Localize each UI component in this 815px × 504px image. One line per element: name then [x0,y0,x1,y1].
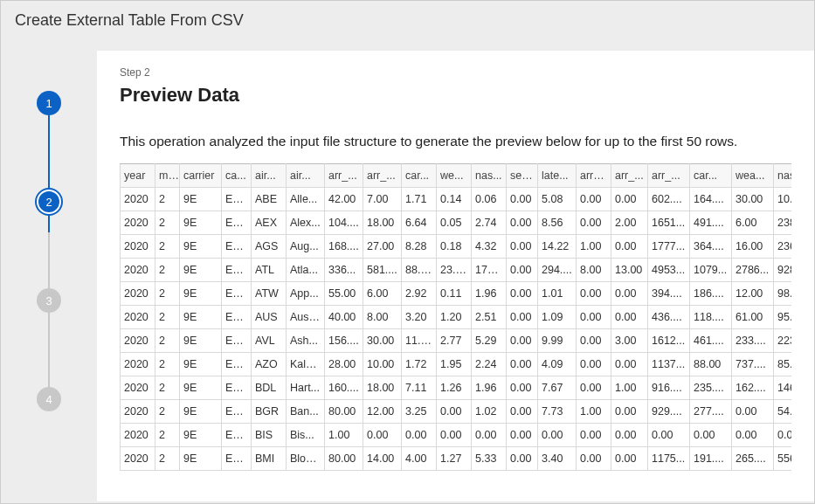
column-header[interactable]: car... [402,163,437,187]
page-title: Preview Data [120,84,791,107]
table-cell: 9E [180,281,222,305]
table-cell: 2.00 [611,211,648,234]
table-cell: 1.09 [538,305,577,328]
column-header[interactable]: we... [437,163,472,187]
table-cell: 1.02 [472,399,507,423]
column-header[interactable]: ca... [222,163,252,187]
table-cell: En... [222,234,252,258]
table-cell: 80.00 [325,446,363,470]
column-header[interactable]: wea... [732,163,774,187]
table-cell: 80.00 [325,399,363,423]
table-cell: En... [222,305,252,328]
table-cell: 1.96 [472,376,507,399]
table-cell: En... [222,187,252,211]
table-cell: 7.11 [402,376,437,399]
column-header[interactable]: air... [252,163,287,187]
table-cell: 1.72 [402,352,437,376]
table-cell: 0.00 [507,328,538,352]
table-cell: 8.28 [402,234,437,258]
table-cell: 7.00 [363,187,402,211]
table-cell: 88.00 [690,352,732,376]
table-row[interactable]: 202029EEn...AUSAust...40.008.003.201.202… [121,305,792,328]
table-cell: 2020 [121,328,155,352]
table-row[interactable]: 202029EEn...AZOKala...28.0010.001.721.95… [121,352,792,376]
table-cell: En... [222,376,252,399]
table-cell: 10.00 [363,352,402,376]
column-header[interactable]: nas [774,163,792,187]
table-row[interactable]: 202029EEn...BGRBan...80.0012.003.250.001… [121,399,792,423]
table-cell: 4.00 [402,446,437,470]
table-cell: 18.00 [363,211,402,234]
column-header[interactable]: car... [690,163,732,187]
step-3[interactable]: 3 [37,288,61,313]
table-row[interactable]: 202029EEn...ABEAlle...42.007.001.710.140… [121,187,792,211]
table-cell: 2020 [121,211,155,234]
table-cell: 0.00 [577,352,611,376]
table-cell: 9E [180,446,222,470]
table-cell: 336... [325,258,363,281]
table-cell: 6.64 [402,211,437,234]
table-cell: 0.00 [611,305,648,328]
table-cell: 461.... [690,328,732,352]
table-cell: BMI [252,446,287,470]
table-cell: 168.... [325,234,363,258]
step-connector [48,313,50,387]
table-cell: 1.00 [577,234,611,258]
dialog-body: 1 2 3 4 Step 2 Preview Data This operati… [1,38,814,501]
step-4[interactable]: 4 [37,387,61,411]
table-cell: 14.00 [363,446,402,470]
table-row[interactable]: 202029EEn...BDLHart...160....18.007.111.… [121,376,792,399]
table-row[interactable]: 202029EEn...BMIBloo...80.0014.004.001.27… [121,446,792,470]
table-row[interactable]: 202029EEn...ATWApp...55.006.002.920.111.… [121,281,792,305]
column-header[interactable]: m... [155,163,180,187]
table-cell: 2 [155,211,180,234]
column-header[interactable]: carrier [180,163,222,187]
table-cell: AUS [252,305,287,328]
table-cell: 11.95 [402,328,437,352]
column-header[interactable]: arr_... [363,163,402,187]
table-cell: 556 [774,446,792,470]
preview-table-container: yearm...carrierca...air...air...arr_...a… [120,163,791,471]
table-cell: 0.00 [402,423,437,446]
table-cell: Alex... [287,211,325,234]
table-cell: 16.00 [732,234,774,258]
step-1[interactable]: 1 [37,91,61,115]
table-cell: 916.... [648,376,690,399]
table-cell: 13.00 [611,258,648,281]
content-panel: Step 2 Preview Data This operation analy… [97,51,814,501]
column-header[interactable]: late... [538,163,577,187]
table-row[interactable]: 202029EEn...BISBis...1.000.000.000.000.0… [121,423,792,446]
table-cell: 1777... [648,234,690,258]
column-header[interactable]: arr_... [611,163,648,187]
table-cell: 0.00 [507,423,538,446]
table-row[interactable]: 202029EEn...AEXAlex...104....18.006.640.… [121,211,792,234]
column-header[interactable]: nas... [472,163,507,187]
column-header[interactable]: year [121,163,155,187]
table-cell: 929.... [648,399,690,423]
table-cell: 7.67 [538,376,577,399]
table-cell: 0.00 [690,423,732,446]
step-2[interactable]: 2 [37,190,61,214]
table-cell: 0.00 [363,423,402,446]
table-row[interactable]: 202029EEn...ATLAtla...336...581....88.22… [121,258,792,281]
column-header[interactable]: arr_... [577,163,611,187]
table-cell: 191.... [690,446,732,470]
column-header[interactable]: arr_... [325,163,363,187]
table-cell: 1.27 [437,446,472,470]
column-header[interactable]: air... [287,163,325,187]
window-title: Create External Table From CSV [1,1,814,38]
table-row[interactable]: 202029EEn...AGSAug...168....27.008.280.1… [121,234,792,258]
column-header[interactable]: sec... [507,163,538,187]
table-cell: 4.32 [472,234,507,258]
table-cell: 9E [180,305,222,328]
table-cell: 0.00 [577,446,611,470]
table-cell: 0.00 [577,328,611,352]
table-cell: AVL [252,328,287,352]
table-cell: 1.00 [325,423,363,446]
table-cell: En... [222,399,252,423]
table-row[interactable]: 202029EEn...AVLAsh...156....30.0011.952.… [121,328,792,352]
table-cell: 8.56 [538,211,577,234]
table-cell: 0.00 [507,281,538,305]
column-header[interactable]: arr_... [648,163,690,187]
table-cell: Bis... [287,423,325,446]
